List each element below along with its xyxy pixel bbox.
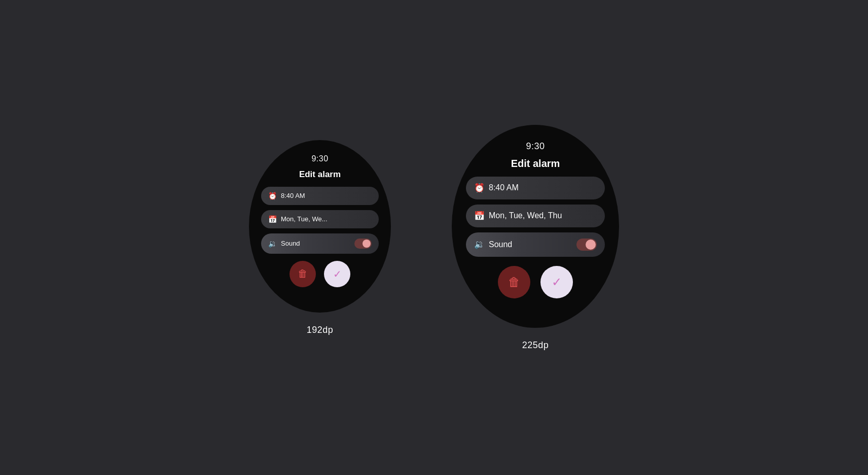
sound-icon-large: 🔉 xyxy=(474,239,485,250)
watch-container-large: 9:30 Edit alarm ⏰ 8:40 AM 📅 Mon, Tue, We… xyxy=(452,125,619,351)
confirm-button-small[interactable]: ✓ xyxy=(324,261,350,287)
watch-face-large: 9:30 Edit alarm ⏰ 8:40 AM 📅 Mon, Tue, We… xyxy=(452,125,619,328)
sound-text-large: Sound xyxy=(489,240,572,249)
delete-button-large[interactable]: 🗑 xyxy=(498,266,530,298)
alarm-time-text-small: 8:40 AM xyxy=(281,192,372,199)
toggle-thumb-large xyxy=(586,240,596,250)
sound-toggle-large[interactable] xyxy=(576,239,597,251)
sound-toggle-small[interactable] xyxy=(354,239,372,249)
dp-label-large: 225dp xyxy=(522,340,549,351)
sound-icon-small: 🔉 xyxy=(268,240,277,248)
toggle-thumb-small xyxy=(363,240,371,248)
clock-icon-large: ⏰ xyxy=(474,183,485,193)
confirm-button-large[interactable]: ✓ xyxy=(540,266,573,298)
calendar-icon-small: 📅 xyxy=(268,215,277,223)
alarm-time-item-small[interactable]: ⏰ 8:40 AM xyxy=(261,187,379,205)
time-display-large: 9:30 xyxy=(526,141,545,152)
sound-text-small: Sound xyxy=(281,240,350,247)
watch-container-small: 9:30 Edit alarm ⏰ 8:40 AM 📅 Mon, Tue, We… xyxy=(249,140,391,335)
sound-item-large[interactable]: 🔉 Sound xyxy=(466,232,605,257)
action-buttons-large: 🗑 ✓ xyxy=(498,266,573,298)
watch-face-small: 9:30 Edit alarm ⏰ 8:40 AM 📅 Mon, Tue, We… xyxy=(249,140,391,313)
schedule-item-small[interactable]: 📅 Mon, Tue, We... xyxy=(261,210,379,228)
alarm-time-text-large: 8:40 AM xyxy=(489,183,597,192)
calendar-icon-large: 📅 xyxy=(474,211,485,221)
edit-alarm-title-large: Edit alarm xyxy=(511,158,560,169)
delete-button-small[interactable]: 🗑 xyxy=(290,261,316,287)
schedule-item-large[interactable]: 📅 Mon, Tue, Wed, Thu xyxy=(466,205,605,227)
time-display-small: 9:30 xyxy=(311,154,328,163)
alarm-time-item-large[interactable]: ⏰ 8:40 AM xyxy=(466,177,605,199)
dp-label-small: 192dp xyxy=(307,325,334,335)
clock-icon-small: ⏰ xyxy=(268,192,277,200)
edit-alarm-title-small: Edit alarm xyxy=(299,169,341,180)
action-buttons-small: 🗑 ✓ xyxy=(290,261,350,287)
schedule-text-large: Mon, Tue, Wed, Thu xyxy=(489,211,597,220)
schedule-text-small: Mon, Tue, We... xyxy=(281,215,372,223)
sound-item-small[interactable]: 🔉 Sound xyxy=(261,233,379,254)
